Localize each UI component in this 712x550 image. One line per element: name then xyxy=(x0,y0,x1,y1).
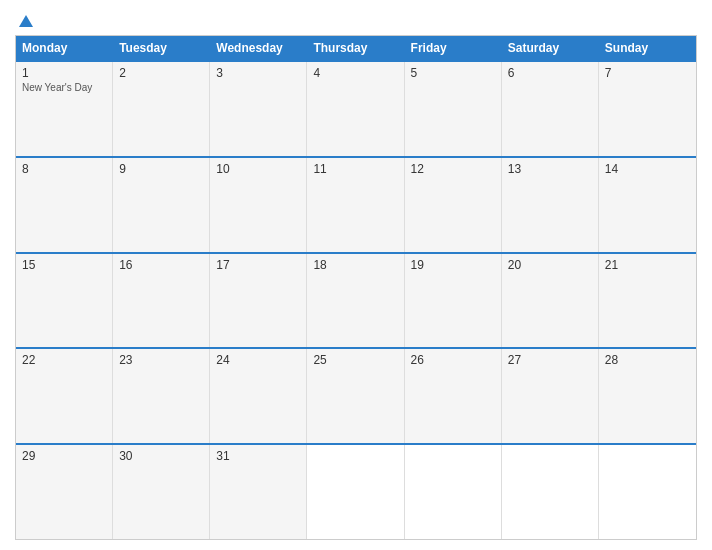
day-number: 25 xyxy=(313,353,397,367)
day-cell: 24 xyxy=(210,349,307,443)
day-number: 8 xyxy=(22,162,106,176)
day-number: 5 xyxy=(411,66,495,80)
day-cell: 8 xyxy=(16,158,113,252)
logo-triangle-icon xyxy=(19,15,33,27)
day-number: 15 xyxy=(22,258,106,272)
day-cell xyxy=(599,445,696,539)
day-cell xyxy=(307,445,404,539)
day-number: 10 xyxy=(216,162,300,176)
day-cell: 19 xyxy=(405,254,502,348)
day-cell: 28 xyxy=(599,349,696,443)
day-cell: 20 xyxy=(502,254,599,348)
day-number: 12 xyxy=(411,162,495,176)
day-number: 31 xyxy=(216,449,300,463)
week-row-2: 891011121314 xyxy=(16,156,696,252)
day-event: New Year's Day xyxy=(22,82,92,93)
day-number: 2 xyxy=(119,66,203,80)
calendar-header xyxy=(15,15,697,27)
day-cell xyxy=(502,445,599,539)
day-number: 17 xyxy=(216,258,300,272)
day-number: 30 xyxy=(119,449,203,463)
day-cell: 12 xyxy=(405,158,502,252)
day-number: 11 xyxy=(313,162,397,176)
day-cell: 3 xyxy=(210,62,307,156)
day-number: 18 xyxy=(313,258,397,272)
day-header-wednesday: Wednesday xyxy=(210,36,307,60)
day-cell: 6 xyxy=(502,62,599,156)
day-cell: 5 xyxy=(405,62,502,156)
day-cell: 31 xyxy=(210,445,307,539)
logo xyxy=(15,15,33,27)
day-header-tuesday: Tuesday xyxy=(113,36,210,60)
day-cell: 25 xyxy=(307,349,404,443)
day-cell: 13 xyxy=(502,158,599,252)
day-number: 14 xyxy=(605,162,690,176)
week-row-1: 1New Year's Day234567 xyxy=(16,60,696,156)
day-cell: 15 xyxy=(16,254,113,348)
day-number: 4 xyxy=(313,66,397,80)
day-number: 28 xyxy=(605,353,690,367)
day-number: 26 xyxy=(411,353,495,367)
logo-blue-text xyxy=(15,15,33,27)
day-number: 21 xyxy=(605,258,690,272)
day-cell: 10 xyxy=(210,158,307,252)
calendar-page: MondayTuesdayWednesdayThursdayFridaySatu… xyxy=(0,0,712,550)
day-cell: 27 xyxy=(502,349,599,443)
week-row-4: 22232425262728 xyxy=(16,347,696,443)
day-cell: 7 xyxy=(599,62,696,156)
day-header-thursday: Thursday xyxy=(307,36,404,60)
day-header-sunday: Sunday xyxy=(599,36,696,60)
day-number: 24 xyxy=(216,353,300,367)
day-number: 16 xyxy=(119,258,203,272)
day-cell: 2 xyxy=(113,62,210,156)
week-row-3: 15161718192021 xyxy=(16,252,696,348)
day-number: 3 xyxy=(216,66,300,80)
day-number: 19 xyxy=(411,258,495,272)
day-cell: 16 xyxy=(113,254,210,348)
day-number: 6 xyxy=(508,66,592,80)
day-number: 13 xyxy=(508,162,592,176)
day-cell: 17 xyxy=(210,254,307,348)
day-number: 20 xyxy=(508,258,592,272)
day-cell: 1New Year's Day xyxy=(16,62,113,156)
day-cell: 14 xyxy=(599,158,696,252)
day-number: 9 xyxy=(119,162,203,176)
day-number: 29 xyxy=(22,449,106,463)
day-number: 22 xyxy=(22,353,106,367)
day-cell: 4 xyxy=(307,62,404,156)
day-headers-row: MondayTuesdayWednesdayThursdayFridaySatu… xyxy=(16,36,696,60)
day-cell: 26 xyxy=(405,349,502,443)
day-cell: 21 xyxy=(599,254,696,348)
day-number: 23 xyxy=(119,353,203,367)
day-cell xyxy=(405,445,502,539)
day-cell: 23 xyxy=(113,349,210,443)
day-number: 7 xyxy=(605,66,690,80)
day-cell: 9 xyxy=(113,158,210,252)
day-number: 1 xyxy=(22,66,106,80)
day-header-friday: Friday xyxy=(405,36,502,60)
day-cell: 22 xyxy=(16,349,113,443)
day-cell: 30 xyxy=(113,445,210,539)
calendar-body: 1New Year's Day2345678910111213141516171… xyxy=(16,60,696,539)
day-cell: 11 xyxy=(307,158,404,252)
week-row-5: 293031 xyxy=(16,443,696,539)
day-header-saturday: Saturday xyxy=(502,36,599,60)
day-cell: 29 xyxy=(16,445,113,539)
day-number: 27 xyxy=(508,353,592,367)
calendar-grid: MondayTuesdayWednesdayThursdayFridaySatu… xyxy=(15,35,697,540)
day-header-monday: Monday xyxy=(16,36,113,60)
day-cell: 18 xyxy=(307,254,404,348)
